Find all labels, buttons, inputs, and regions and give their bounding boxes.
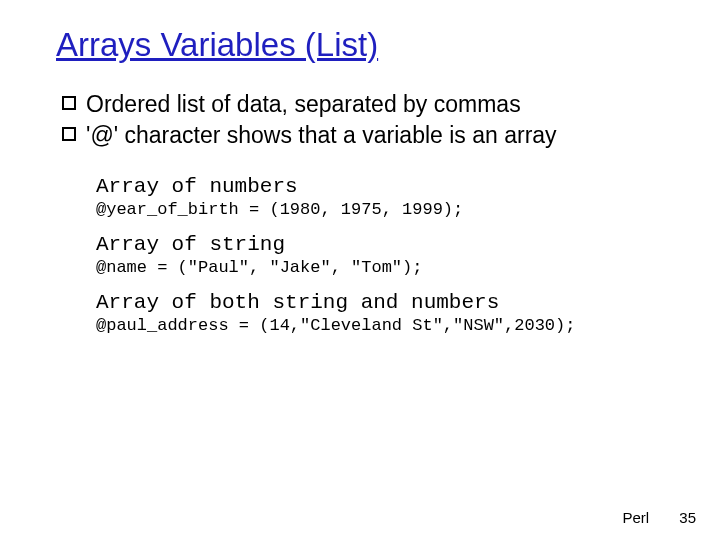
- slide-footer: Perl 35: [622, 509, 696, 526]
- example-label: Array of numbers: [96, 175, 680, 198]
- bullet-text: '@' character shows that a variable is a…: [86, 121, 680, 150]
- bullet-marker-icon: [62, 127, 76, 141]
- example-code: @paul_address = (14,"Cleveland St","NSW"…: [96, 316, 680, 335]
- bullet-list: Ordered list of data, separated by comma…: [62, 90, 680, 151]
- example-code: @year_of_birth = (1980, 1975, 1999);: [96, 200, 680, 219]
- examples-block: Array of numbers @year_of_birth = (1980,…: [96, 175, 680, 335]
- bullet-item: '@' character shows that a variable is a…: [62, 121, 680, 150]
- slide: Arrays Variables (List) Ordered list of …: [0, 0, 720, 540]
- slide-title: Arrays Variables (List): [56, 26, 680, 64]
- footer-text: Perl: [622, 509, 649, 526]
- bullet-marker-icon: [62, 96, 76, 110]
- example-label: Array of both string and numbers: [96, 291, 680, 314]
- page-number: 35: [679, 509, 696, 526]
- example-code: @name = ("Paul", "Jake", "Tom");: [96, 258, 680, 277]
- bullet-item: Ordered list of data, separated by comma…: [62, 90, 680, 119]
- example-label: Array of string: [96, 233, 680, 256]
- bullet-text: Ordered list of data, separated by comma…: [86, 90, 680, 119]
